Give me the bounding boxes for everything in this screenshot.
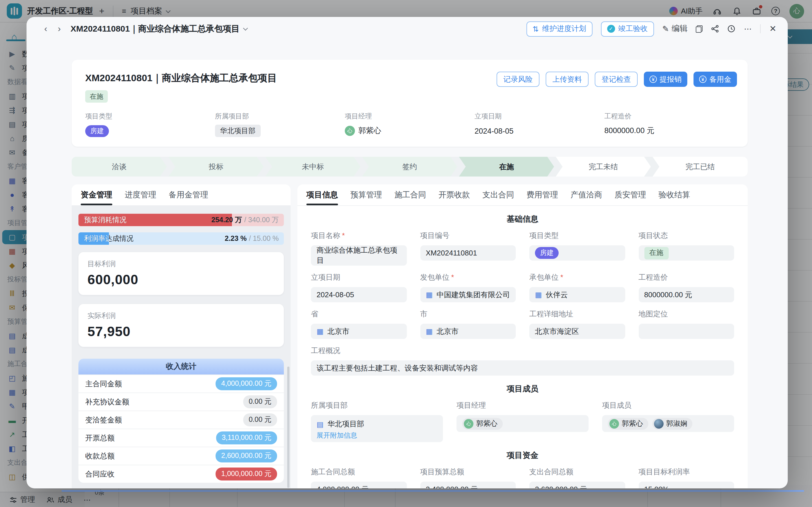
stat-card-value: 57,950 <box>88 324 275 339</box>
field-input[interactable]: 该工程主要包括土建工程、设备安装和调试等内容 <box>311 360 734 376</box>
summary-fields: 项目类型房建所属项目部华北项目部项目经理心郭紫心立项日期2024-08-05工程… <box>85 112 734 136</box>
field-input[interactable] <box>639 324 734 339</box>
member-name: 郭紫心 <box>622 419 643 428</box>
field-input[interactable]: 商业综合体施工总承包项目 <box>311 245 407 266</box>
progress-current: 254.20 万 <box>211 215 242 225</box>
summary-field-value: 8000000.00 元 <box>604 125 734 136</box>
field-grid: 项目名称*商业综合体施工总承包项目项目编号XM2024110801项目类型房建项… <box>311 231 734 376</box>
field-label-text: 项目名称 <box>311 231 340 240</box>
income-row-label: 变洽签金额 <box>85 415 122 425</box>
summary-field-value: 2024-08-05 <box>475 125 604 136</box>
left-tab-3[interactable]: 备用金管理 <box>169 184 208 205</box>
department-field[interactable]: ▤华北项目部展开附加信息 <box>311 415 443 442</box>
summary-field: 立项日期2024-08-05 <box>475 112 604 136</box>
field-input[interactable]: 2024-08-05 <box>311 287 407 302</box>
stepper-step-4[interactable]: 签约 <box>362 157 457 176</box>
stepper-step-7[interactable]: 完工已结 <box>653 157 748 176</box>
field-input[interactable]: 在施 <box>639 245 734 261</box>
summary-field: 所属项目部华北项目部 <box>215 112 345 136</box>
field-label: 项目成员 <box>602 400 734 410</box>
form-field: 立项日期2024-08-05 <box>311 272 407 302</box>
stepper-step-6[interactable]: 完工未结 <box>556 157 651 176</box>
action-button-5[interactable]: ¥备用金 <box>694 72 737 87</box>
member-name: 郭紫心 <box>476 419 497 428</box>
stepper-step-2[interactable]: 投标 <box>168 157 264 176</box>
income-row-label: 开票总额 <box>85 433 115 443</box>
form-field: 项目状态在施 <box>639 231 734 266</box>
field-label: 项目预算总额 <box>420 467 516 477</box>
stepper-step-3[interactable]: 未中标 <box>265 157 360 176</box>
field-input[interactable]: 房建 <box>529 245 625 261</box>
member-pill: 心郭紫心 <box>608 417 648 430</box>
field-input[interactable]: XM2024110801 <box>420 245 516 261</box>
members-field[interactable]: 心郭紫心 <box>456 415 589 432</box>
close-icon[interactable]: ✕ <box>769 24 776 34</box>
income-row-value: 0.00 元 <box>243 395 277 408</box>
more-actions-button[interactable]: ⋯ <box>744 24 752 33</box>
field-input[interactable]: ▦伙伴云 <box>529 287 625 302</box>
field-value: 3,400,000.00 元 <box>426 484 478 488</box>
left-panel-scrollbar[interactable] <box>287 367 289 488</box>
field-input[interactable]: ▦北京市 <box>420 324 516 339</box>
field-label: 支出合同总额 <box>529 467 625 477</box>
right-tab-5[interactable]: 支出合同 <box>482 184 514 205</box>
right-tab-1[interactable]: 项目信息 <box>307 184 338 205</box>
right-tab-6[interactable]: 费用管理 <box>527 184 558 205</box>
action-button-1[interactable]: 记录风险 <box>497 72 539 87</box>
field-input[interactable]: 15.00% <box>639 482 734 488</box>
region-grid-icon: ▦ <box>317 327 324 336</box>
prev-record-button[interactable]: ‹ <box>39 24 52 33</box>
member-pill: 心郭紫心 <box>462 417 502 430</box>
right-tab-8[interactable]: 质安管理 <box>614 184 646 205</box>
income-row: 变洽签金额0.00 元 <box>78 410 284 429</box>
income-stats-card: 收入统计 主合同金额4,000,000.00 元补充协议金额0.00 元变洽签金… <box>78 359 284 483</box>
maintain-schedule-button[interactable]: ⇅ 维护进度计划 <box>527 21 593 36</box>
summary-field-label: 工程造价 <box>604 112 734 121</box>
field-grid: 所属项目部▤华北项目部展开附加信息项目经理心郭紫心项目成员心郭紫心郭淑娴 <box>311 400 734 442</box>
summary-field-value: 华北项目部 <box>215 125 345 136</box>
field-input[interactable]: 4,000,000.00 元 <box>311 482 407 488</box>
title-chevron-icon[interactable] <box>243 26 248 31</box>
yuan-icon: ¥ <box>649 75 657 83</box>
field-label-text: 发包单位 <box>420 273 449 281</box>
edit-button[interactable]: ✎ 编辑 <box>662 24 687 34</box>
left-tab-2[interactable]: 进度管理 <box>125 184 156 205</box>
expand-extra-info-link[interactable]: 展开附加信息 <box>317 431 357 441</box>
left-tab-1[interactable]: 资金管理 <box>81 184 112 205</box>
next-record-button[interactable]: › <box>52 24 66 33</box>
right-tab-7[interactable]: 产值洽商 <box>571 184 602 205</box>
field-input[interactable]: ▦中国建筑集团有限公司 <box>420 287 516 302</box>
income-row-value: 3,110,000.00 元 <box>216 432 277 444</box>
copy-button[interactable] <box>696 25 703 33</box>
field-input[interactable]: 北京市海淀区 <box>529 324 625 339</box>
right-tab-3[interactable]: 施工合同 <box>394 184 426 205</box>
action-button-label: 提报销 <box>660 74 682 84</box>
history-button[interactable] <box>727 25 736 33</box>
field-value: 3,630,000.00 元 <box>535 484 587 488</box>
action-button-4[interactable]: ¥提报销 <box>644 72 687 87</box>
right-tab-9[interactable]: 验收结算 <box>658 184 690 205</box>
modal-header: ‹ › XM2024110801｜商业综合体施工总承包项目 ⇅ 维护进度计划 ✓… <box>26 17 788 41</box>
field-input[interactable]: 8000000.00 元 <box>639 287 734 302</box>
action-button-3[interactable]: 登记检查 <box>595 72 638 87</box>
income-row-value: 2,600,000.00 元 <box>216 449 277 462</box>
summary-field-label: 项目类型 <box>85 112 215 121</box>
action-button-2[interactable]: 上传资料 <box>546 72 589 87</box>
share-button[interactable] <box>711 25 719 33</box>
form-field: 项目编号XM2024110801 <box>420 231 516 266</box>
horizontal-scrollbar[interactable] <box>61 490 804 492</box>
section-title: 基础信息 <box>311 214 734 224</box>
required-star: * <box>451 273 454 281</box>
right-tab-4[interactable]: 开票收款 <box>438 184 470 205</box>
members-field[interactable]: 心郭紫心郭淑娴 <box>602 415 734 432</box>
stepper-step-5[interactable]: 在施 <box>459 157 554 176</box>
project-summary-card: XM2024110801｜商业综合体施工总承包项目 在施 项目类型房建所属项目部… <box>72 60 748 147</box>
field-input[interactable]: 3,400,000.00 元 <box>420 482 516 488</box>
stepper-step-1[interactable]: 洽谈 <box>72 157 167 176</box>
income-stats-header[interactable]: 收入统计 <box>78 359 284 375</box>
field-input[interactable]: 3,630,000.00 元 <box>529 482 625 488</box>
field-label: 项目经理 <box>456 400 589 410</box>
right-tab-2[interactable]: 预算管理 <box>350 184 382 205</box>
field-input[interactable]: ▦北京市 <box>311 324 407 339</box>
completion-acceptance-button[interactable]: ✓ 竣工验收 <box>601 21 654 36</box>
